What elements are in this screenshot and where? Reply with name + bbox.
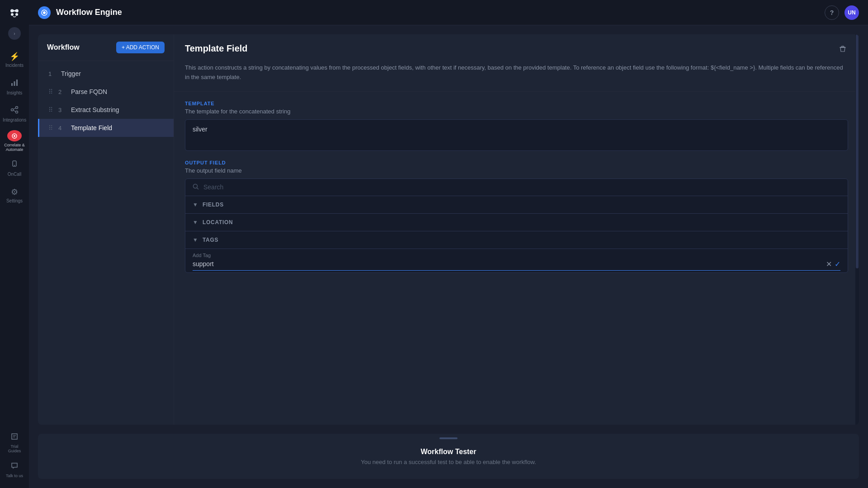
output-section-sublabel: The output field name — [185, 167, 848, 174]
tags-group: ▼ TAGS — [185, 231, 848, 249]
add-tag-confirm-button[interactable]: ✓ — [835, 260, 840, 268]
content-area: Workflow + ADD ACTION 1 Trigger ⠿ 2 Pars… — [29, 25, 868, 488]
svg-point-16 — [43, 11, 46, 14]
trial-guides-icon — [10, 432, 19, 443]
drag-handle-icon: ⠿ — [48, 106, 53, 113]
step-number: 4 — [58, 125, 66, 131]
workflow-title: Workflow — [47, 43, 80, 52]
sidebar-item-integrations[interactable]: Integrations — [2, 101, 27, 127]
location-group: ▼ LOCATION — [185, 214, 848, 231]
svg-line-9 — [14, 110, 16, 112]
sidebar-item-talk-to-us[interactable]: Talk to us — [2, 457, 27, 483]
workflow-steps-list: 1 Trigger ⠿ 2 Parse FQDN ⠿ 3 Extract Sub… — [38, 61, 174, 425]
incidents-icon: ⚡ — [9, 52, 19, 61]
add-tag-section: Add Tag ✕ ✓ — [185, 249, 848, 272]
add-action-button[interactable]: + ADD ACTION — [116, 42, 165, 53]
correlate-icon — [7, 130, 22, 141]
svg-line-20 — [197, 188, 199, 189]
sidebar-item-label: Talk to us — [6, 474, 23, 478]
workflow-step-1[interactable]: 1 Trigger — [38, 65, 174, 83]
step-number: 1 — [48, 70, 56, 77]
output-section-label: OUTPUT FIELD — [185, 160, 848, 165]
svg-line-8 — [14, 108, 16, 109]
svg-point-6 — [16, 106, 18, 108]
workflow-tester-title: Workflow Tester — [421, 448, 476, 456]
template-section: TEMPLATE The template for the concatenat… — [185, 101, 848, 151]
sidebar-item-label: Insights — [7, 90, 22, 95]
help-button[interactable]: ? — [825, 5, 839, 20]
fields-group-header[interactable]: ▼ FIELDS — [185, 196, 848, 213]
svg-rect-3 — [14, 81, 15, 86]
detail-title: Template Field — [185, 43, 248, 54]
drag-handle[interactable] — [439, 437, 458, 439]
svg-point-7 — [16, 111, 18, 113]
workflow-step-4[interactable]: ⠿ 4 Template Field — [38, 119, 174, 137]
drag-handle-icon: ⠿ — [48, 124, 53, 131]
sidebar-item-label: Settings — [6, 198, 23, 203]
search-icon — [193, 183, 199, 191]
svg-point-19 — [193, 184, 198, 188]
search-row — [185, 179, 848, 196]
workflow-step-3[interactable]: ⠿ 3 Extract Substring — [38, 101, 174, 119]
svg-point-0 — [11, 13, 14, 16]
detail-body: TEMPLATE The template for the concatenat… — [174, 92, 859, 425]
collapse-sidebar-button[interactable]: › — [8, 27, 21, 40]
workflow-tester-subtitle: You need to run a successful test to be … — [361, 459, 536, 465]
step-name: Parse FQDN — [71, 88, 107, 95]
chevron-down-icon: ▼ — [193, 202, 198, 208]
sidebar-item-oncall[interactable]: OnCall — [2, 155, 27, 181]
search-input[interactable] — [203, 183, 840, 191]
detail-description: This action constructs a string by conca… — [174, 63, 859, 92]
fields-group: ▼ FIELDS — [185, 196, 848, 214]
integrations-icon — [10, 106, 19, 116]
insights-icon — [10, 79, 19, 89]
sidebar-item-label: Trial Guides — [4, 444, 25, 453]
template-input-box[interactable]: silver — [185, 119, 848, 151]
main-content: Workflow + ADD ACTION 1 Trigger ⠿ 2 Pars… — [29, 25, 868, 434]
template-section-label: TEMPLATE — [185, 101, 848, 106]
svg-point-1 — [15, 13, 18, 16]
sidebar-item-trial-guides[interactable]: Trial Guides — [2, 430, 27, 455]
chevron-down-icon: ▼ — [193, 237, 198, 243]
sidebar-item-insights[interactable]: Insights — [2, 74, 27, 99]
sidebar-item-label: Correlate & Automate — [4, 143, 25, 152]
template-section-sublabel: The template for the concatenated string — [185, 108, 848, 115]
sidebar-item-incidents[interactable]: ⚡ Incidents — [2, 47, 27, 72]
workflow-step-2[interactable]: ⠿ 2 Parse FQDN — [38, 83, 174, 101]
svg-point-5 — [11, 108, 14, 111]
output-field-dropdown: ▼ FIELDS ▼ LOCATION — [185, 178, 848, 273]
tags-group-label: TAGS — [203, 237, 218, 243]
user-avatar[interactable]: UN — [844, 5, 859, 20]
svg-point-13 — [14, 165, 15, 166]
location-group-label: LOCATION — [203, 219, 233, 225]
step-name: Extract Substring — [71, 106, 119, 113]
add-tag-input[interactable] — [193, 260, 826, 267]
workflow-panel: Workflow + ADD ACTION 1 Trigger ⠿ 2 Pars… — [38, 34, 174, 425]
sidebar-item-settings[interactable]: ⚙ Settings — [2, 183, 27, 208]
step-name: Trigger — [61, 70, 81, 77]
step-number: 2 — [58, 89, 66, 95]
template-value: silver — [193, 126, 208, 133]
settings-icon: ⚙ — [11, 187, 18, 197]
sidebar-item-label: Integrations — [3, 117, 26, 122]
add-tag-label: Add Tag — [193, 253, 840, 258]
sidebar: › ⚡ Incidents Insights Integrations Corr… — [0, 0, 29, 488]
add-tag-cancel-button[interactable]: ✕ — [826, 260, 832, 268]
tags-group-header[interactable]: ▼ TAGS — [185, 231, 848, 249]
oncall-icon — [10, 160, 19, 170]
scrollbar-track[interactable] — [855, 34, 859, 425]
detail-panel: Template Field This action constructs a … — [174, 34, 859, 425]
scrollbar-thumb — [856, 34, 859, 268]
sidebar-item-label: OnCall — [8, 172, 22, 177]
main-area: Workflow Engine ? UN Workflow + ADD ACTI… — [29, 0, 868, 488]
detail-header: Template Field — [174, 34, 859, 63]
sidebar-item-correlate[interactable]: Correlate & Automate — [2, 128, 27, 154]
chevron-down-icon: ▼ — [193, 219, 198, 225]
add-tag-input-row: ✕ ✓ — [193, 260, 840, 271]
top-header: Workflow Engine ? UN — [29, 0, 868, 25]
output-field-section: OUTPUT FIELD The output field name — [185, 160, 848, 273]
logo — [6, 5, 23, 22]
delete-button[interactable] — [837, 43, 848, 56]
workflow-tester-panel: Workflow Tester You need to run a succes… — [38, 434, 859, 479]
location-group-header[interactable]: ▼ LOCATION — [185, 214, 848, 231]
